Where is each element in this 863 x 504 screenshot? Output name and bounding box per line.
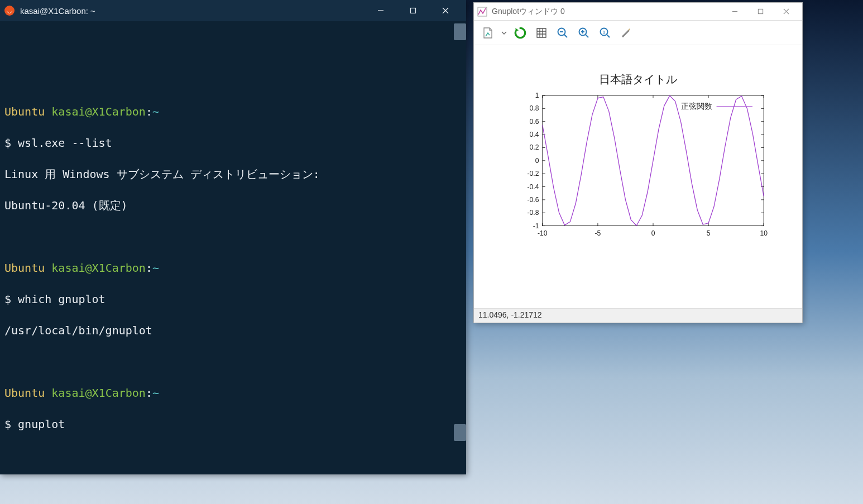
gnuplot-icon (477, 7, 487, 17)
close-button[interactable] (429, 0, 462, 21)
terminal-titlebar[interactable]: kasai@X1Carbon: ~ (0, 0, 466, 21)
svg-text:正弦関数: 正弦関数 (681, 102, 712, 111)
scrollbar-thumb-bottom[interactable] (454, 424, 466, 441)
svg-text:-10: -10 (538, 229, 548, 237)
terminal-command: $ wsl.exe --list (4, 135, 464, 151)
terminal-command: $ gnuplot (4, 416, 464, 432)
svg-text:0.6: 0.6 (530, 118, 539, 126)
gnuplot-toolbar: 1 (474, 21, 802, 45)
svg-text:5: 5 (707, 229, 711, 237)
svg-text:0.4: 0.4 (530, 131, 539, 138)
svg-text:-5: -5 (595, 229, 601, 237)
svg-text:0.2: 0.2 (530, 143, 539, 151)
svg-text:0: 0 (651, 229, 655, 237)
zoom-in-icon[interactable] (576, 25, 592, 41)
plot-title: 日本語タイトル (474, 72, 802, 87)
minimize-button[interactable] (365, 0, 397, 21)
zoom-reset-icon[interactable]: 1 (597, 25, 613, 41)
svg-text:-0.8: -0.8 (528, 209, 539, 217)
svg-text:-0.2: -0.2 (528, 170, 539, 177)
status-bar: 11.0496, -1.21712 (474, 308, 802, 323)
svg-rect-6 (758, 9, 763, 13)
svg-text:0.8: 0.8 (530, 104, 539, 112)
maximize-button[interactable] (747, 3, 773, 20)
settings-icon[interactable] (618, 25, 635, 41)
terminal-output: Linux 用 Windows サブシステム ディストリビューション: (4, 166, 464, 182)
svg-line-10 (564, 35, 567, 37)
terminal-prompt: Ubuntu kasai@X1Carbon:~ (4, 260, 464, 276)
svg-text:-1: -1 (533, 222, 539, 230)
svg-text:0: 0 (535, 157, 539, 165)
terminal-line (4, 73, 464, 88)
terminal-prompt: Ubuntu kasai@X1Carbon:~ (4, 385, 464, 401)
zoom-out-icon[interactable] (554, 25, 571, 41)
svg-text:-0.6: -0.6 (528, 196, 539, 204)
terminal-line (4, 229, 464, 244)
terminal-title: kasai@X1Carbon: ~ (20, 6, 365, 16)
chart: 10.80.60.40.20-0.2-0.4-0.6-0.8-1-10-5051… (516, 95, 790, 257)
ubuntu-icon (4, 6, 15, 16)
terminal-line (4, 448, 464, 463)
replot-icon[interactable] (512, 25, 529, 41)
svg-point-19 (622, 35, 624, 37)
gnuplot-title: Gnuplotウィンドウ 0 (492, 7, 722, 17)
svg-line-13 (586, 35, 588, 37)
terminal-line (4, 354, 464, 369)
dropdown-arrow-icon[interactable] (501, 25, 507, 41)
minimize-button[interactable] (722, 3, 747, 20)
svg-text:1: 1 (535, 92, 539, 99)
terminal-command: $ which gnuplot (4, 291, 464, 307)
plot-area[interactable]: 日本語タイトル 10.80.60.40.20-0.2-0.4-0.6-0.8-1… (474, 45, 802, 308)
close-button[interactable] (773, 3, 799, 20)
svg-line-17 (607, 35, 610, 37)
svg-text:10: 10 (760, 229, 768, 237)
terminal-body[interactable]: Ubuntu kasai@X1Carbon:~ $ wsl.exe --list… (0, 21, 466, 474)
gnuplot-titlebar[interactable]: Gnuplotウィンドウ 0 (474, 3, 802, 21)
terminal-output: Ubuntu-20.04 (既定) (4, 198, 464, 213)
gnuplot-window: Gnuplotウィンドウ 0 1 日本語タイトル 10.80.60.40.20-… (473, 2, 803, 323)
svg-text:1: 1 (603, 30, 606, 35)
svg-rect-1 (411, 8, 416, 13)
grid-icon[interactable] (533, 25, 550, 41)
export-icon[interactable] (480, 25, 496, 41)
maximize-button[interactable] (397, 0, 429, 21)
terminal-prompt: Ubuntu kasai@X1Carbon:~ (4, 104, 464, 119)
terminal-output: /usr/local/bin/gnuplot (4, 323, 464, 338)
svg-text:-0.4: -0.4 (528, 183, 539, 191)
terminal-window: kasai@X1Carbon: ~ Ubuntu kasai@X1Carbon:… (0, 0, 466, 474)
scrollbar-thumb-top[interactable] (454, 23, 466, 40)
